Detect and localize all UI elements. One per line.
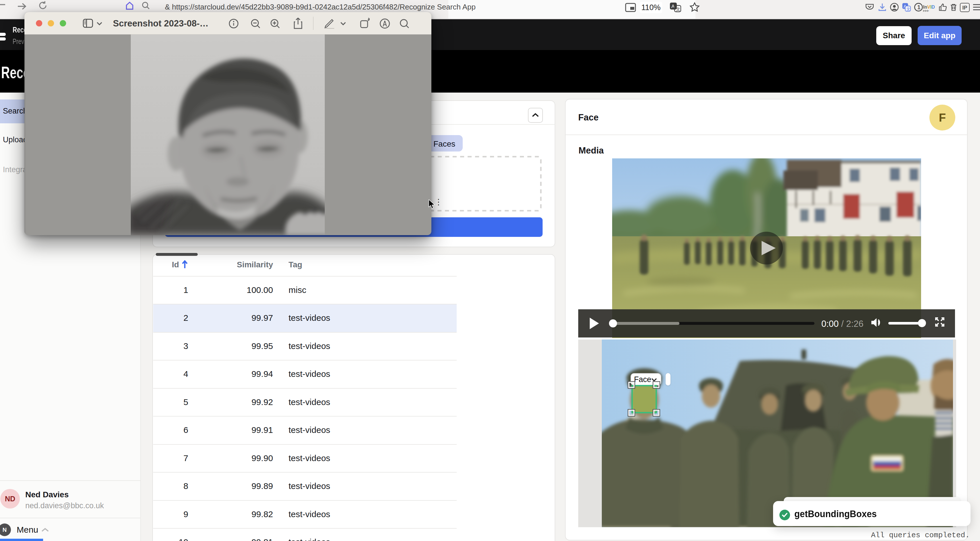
svg-text:1: 1 bbox=[917, 4, 921, 10]
svg-text:文: 文 bbox=[907, 7, 910, 11]
svg-text:文: 文 bbox=[676, 6, 680, 11]
